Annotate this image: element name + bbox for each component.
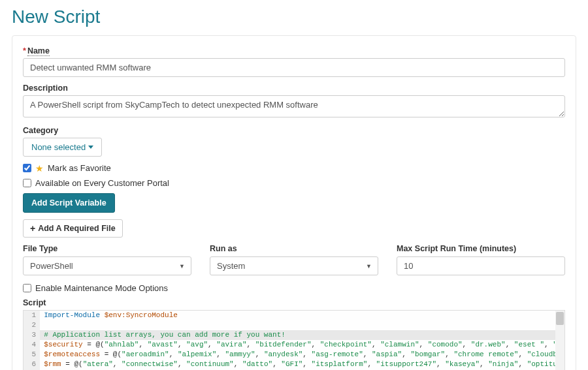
max-runtime-label: Max Script Run Time (minutes)	[397, 244, 565, 253]
name-label: *Name	[23, 46, 565, 55]
name-input[interactable]	[23, 58, 565, 77]
maintenance-checkbox[interactable]	[23, 284, 31, 292]
favorite-label: Mark as Favorite	[48, 163, 111, 173]
script-editor[interactable]: 12345678910111213 Import-Module $env:Syn…	[23, 310, 565, 370]
plus-icon: +	[30, 224, 35, 233]
description-group: Description A PowerShell script from Sky…	[23, 84, 565, 119]
category-selected: None selected	[31, 142, 86, 152]
run-as-label: Run as	[210, 244, 378, 253]
name-group: *Name	[23, 46, 565, 77]
required-star-icon: *	[23, 46, 26, 55]
chevron-down-icon	[88, 146, 93, 149]
maintenance-row: Enable Maintenance Mode Options	[23, 283, 565, 293]
add-script-variable-button[interactable]: Add Script Variable	[23, 193, 115, 213]
category-group: Category None selected	[23, 126, 565, 157]
portal-checkbox[interactable]	[23, 179, 31, 187]
portal-row: Available on Every Customer Portal	[23, 178, 565, 188]
category-label: Category	[23, 126, 565, 135]
script-label: Script	[23, 298, 565, 307]
editor-scrollbar[interactable]	[555, 311, 564, 370]
favorite-row: ★ Mark as Favorite	[23, 163, 565, 173]
portal-label: Available on Every Customer Portal	[35, 178, 169, 188]
run-as-select[interactable]: System	[210, 256, 378, 275]
max-runtime-input[interactable]	[397, 256, 565, 275]
script-settings-row: File Type PowerShell Run as System Max S…	[23, 244, 565, 275]
star-icon: ★	[35, 164, 44, 173]
file-type-select[interactable]: PowerShell	[23, 256, 191, 275]
form-panel: *Name Description A PowerShell script fr…	[12, 35, 576, 370]
description-textarea[interactable]: A PowerShell script from SkyCampTech to …	[23, 95, 565, 117]
editor-code[interactable]: Import-Module $env:SyncroModule # Applic…	[40, 311, 564, 370]
add-required-file-label: Add A Required File	[38, 224, 116, 233]
editor-scrollbar-thumb[interactable]	[556, 312, 564, 325]
category-dropdown[interactable]: None selected	[23, 138, 102, 157]
add-required-file-button[interactable]: + Add A Required File	[23, 219, 123, 238]
description-label: Description	[23, 84, 565, 93]
file-type-label: File Type	[23, 244, 191, 253]
page-title: New Script	[12, 7, 576, 27]
editor-gutter: 12345678910111213	[24, 311, 40, 370]
favorite-checkbox[interactable]	[23, 164, 31, 172]
maintenance-label: Enable Maintenance Mode Options	[35, 283, 168, 293]
